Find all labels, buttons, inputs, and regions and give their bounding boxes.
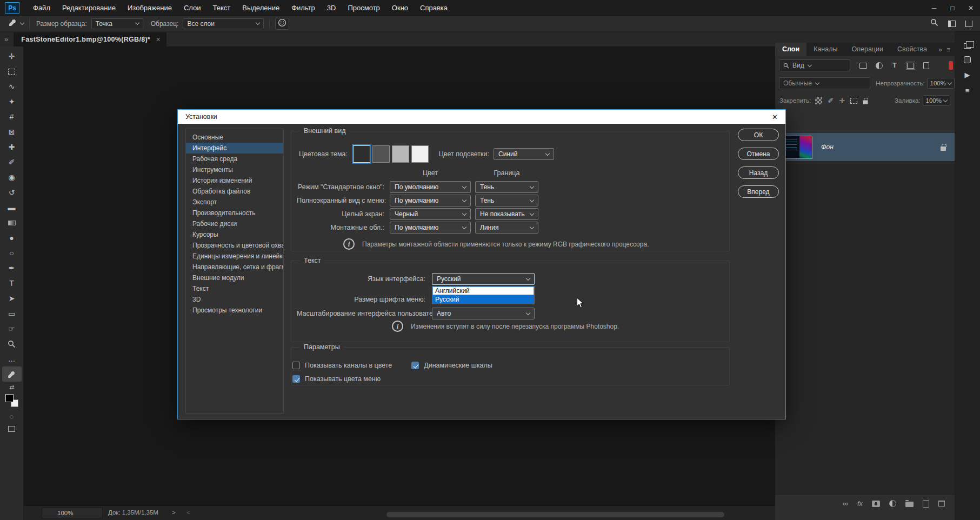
path-selection-tool[interactable]: ➤ xyxy=(2,291,22,306)
layer-filtering-toggle[interactable] xyxy=(949,61,953,70)
quick-selection-tool[interactable]: ✦ xyxy=(2,94,22,109)
language-option-english[interactable]: Английский xyxy=(432,286,534,295)
sample-size-select[interactable]: Точка xyxy=(91,18,143,29)
prefs-nav-item[interactable]: Просмотры технологии xyxy=(186,305,283,316)
menu-item[interactable]: Выделение xyxy=(236,0,285,16)
frame-tool[interactable]: ⊠ xyxy=(2,124,22,139)
ok-button[interactable]: ОК xyxy=(738,129,779,141)
sample-ring-toggle[interactable] xyxy=(275,18,289,30)
type-tool[interactable]: T xyxy=(2,276,22,291)
panel-menu-icon[interactable]: ≡ xyxy=(946,46,950,54)
zoom-tool[interactable] xyxy=(2,336,22,351)
clone-stamp-tool[interactable]: ◉ xyxy=(2,170,22,185)
highlight-color-select[interactable]: Синий xyxy=(494,148,554,160)
menu-item[interactable]: Слои xyxy=(178,0,207,16)
delete-layer-icon[interactable] xyxy=(938,501,945,507)
theme-swatch-lightest[interactable] xyxy=(411,145,429,163)
theme-swatch-light[interactable] xyxy=(392,145,409,163)
menu-item[interactable]: Просмотр xyxy=(342,0,385,16)
minimize-button[interactable]: ─ xyxy=(925,0,943,16)
history-brush-tool[interactable]: ↺ xyxy=(2,185,22,200)
prefs-nav-item[interactable]: Единицы измерения и линейки xyxy=(186,251,283,262)
dialog-close-icon[interactable]: ✕ xyxy=(772,113,778,121)
dialog-title-bar[interactable]: Установки ✕ xyxy=(178,110,785,124)
ui-scaling-select[interactable]: Авто xyxy=(432,308,535,319)
swap-colors-icon[interactable]: ⇄ xyxy=(9,384,14,391)
next-button[interactable]: Вперед xyxy=(738,185,779,198)
fullscreen-color-select[interactable]: Черный xyxy=(390,208,471,220)
artboards-color-select[interactable]: По умолчанию xyxy=(390,222,471,234)
edit-toolbar-button[interactable]: … xyxy=(2,351,22,366)
filter-type-layers-icon[interactable]: T xyxy=(888,62,901,69)
new-group-icon[interactable] xyxy=(905,500,914,507)
blend-mode-select[interactable]: Обычные xyxy=(779,77,870,89)
prefs-nav-item[interactable]: Основные xyxy=(186,132,283,143)
filter-shape-layers-icon[interactable] xyxy=(904,62,917,69)
lasso-tool[interactable]: ∿ xyxy=(2,79,22,94)
double-chevron-icon[interactable]: » xyxy=(4,35,8,43)
filter-adjustment-layers-icon[interactable] xyxy=(872,62,885,69)
menu-item[interactable]: Файл xyxy=(27,0,56,16)
workspace-icon[interactable] xyxy=(948,21,956,27)
brush-tool[interactable]: ✐ xyxy=(2,155,22,170)
menu-item[interactable]: Справка xyxy=(414,0,454,16)
sample-layers-select[interactable]: Все слои xyxy=(183,18,264,29)
eyedropper-tool[interactable] xyxy=(2,366,22,382)
fullscreen-with-menu-color-select[interactable]: По умолчанию xyxy=(390,195,471,206)
foreground-color-swatch[interactable] xyxy=(5,394,14,402)
tab-actions[interactable]: Операции xyxy=(845,43,890,56)
tab-channels[interactable]: Каналы xyxy=(806,43,844,56)
lock-position-icon[interactable]: ✛ xyxy=(839,97,845,105)
layers-dock-icon[interactable] xyxy=(964,43,971,49)
zoom-level-input[interactable]: 100% xyxy=(42,508,103,518)
artboards-border-select[interactable]: Линия xyxy=(475,222,538,234)
properties-dock-icon[interactable]: ≡ xyxy=(965,86,970,95)
menu-item[interactable]: 3D xyxy=(321,0,342,16)
theme-swatch-darkest[interactable] xyxy=(353,145,370,163)
standard-screen-mode-border-select[interactable]: Тень xyxy=(475,181,538,193)
move-tool[interactable]: ✛ xyxy=(2,49,22,64)
prefs-nav-item[interactable]: Курсоры xyxy=(186,229,283,240)
prefs-nav-item[interactable]: Инструменты xyxy=(186,164,283,175)
screen-mode-icon[interactable] xyxy=(8,426,15,432)
lock-paint-icon[interactable]: ✐ xyxy=(828,97,834,105)
color-swatches[interactable] xyxy=(5,394,18,407)
menu-item[interactable]: Фильтр xyxy=(285,0,321,16)
prefs-nav-item[interactable]: Внешние модули xyxy=(186,272,283,283)
cancel-button[interactable]: Отмена xyxy=(738,148,779,160)
horizontal-scrollbar[interactable] xyxy=(386,512,724,517)
tab-layers[interactable]: Слои xyxy=(775,43,806,56)
crop-tool[interactable]: # xyxy=(2,109,22,124)
blur-tool[interactable]: ● xyxy=(2,230,22,245)
dodge-tool[interactable]: ○ xyxy=(2,245,22,261)
gradient-tool[interactable] xyxy=(2,215,22,230)
layers-list-empty-area[interactable] xyxy=(775,161,955,494)
close-button[interactable]: ✕ xyxy=(962,0,980,16)
double-chevron-icon[interactable]: » xyxy=(938,46,942,54)
theme-swatch-dark[interactable] xyxy=(372,145,390,163)
active-tool-preview[interactable] xyxy=(9,18,24,29)
layer-thumbnail[interactable] xyxy=(782,136,812,159)
prefs-nav-item[interactable]: Рабочая среда xyxy=(186,154,283,164)
tab-properties[interactable]: Свойства xyxy=(890,43,934,56)
tab-close-icon[interactable]: ✕ xyxy=(156,36,161,43)
prefs-nav-item[interactable]: Обработка файлов xyxy=(186,186,283,197)
layer-row[interactable]: Фон xyxy=(775,133,955,161)
prefs-nav-item[interactable]: Направляющие, сетка и фрагменты xyxy=(186,262,283,272)
document-tab[interactable]: FastStoneEditor1.bmp@100%(RGB/8)* ✕ xyxy=(14,32,166,46)
libraries-dock-icon[interactable] xyxy=(964,56,971,63)
menu-item[interactable]: Текст xyxy=(207,0,237,16)
filter-smart-objects-icon[interactable] xyxy=(919,62,932,69)
adjustment-layer-icon[interactable] xyxy=(889,500,896,507)
lock-transparency-icon[interactable] xyxy=(815,97,822,104)
quick-mask-icon[interactable]: ◌ xyxy=(10,412,14,421)
status-next-icon[interactable]: > xyxy=(172,509,176,516)
shape-tool[interactable]: ▭ xyxy=(2,306,22,321)
eraser-tool[interactable]: ▬ xyxy=(2,200,22,215)
fullscreen-with-menu-border-select[interactable]: Тень xyxy=(475,195,538,206)
layer-style-icon[interactable]: fx xyxy=(857,499,863,508)
opacity-value[interactable]: 100% xyxy=(927,78,955,89)
fullscreen-border-select[interactable]: Не показывать xyxy=(475,208,538,220)
filter-pixel-layers-icon[interactable] xyxy=(857,62,870,69)
prefs-nav-item[interactable]: Текст xyxy=(186,283,283,294)
